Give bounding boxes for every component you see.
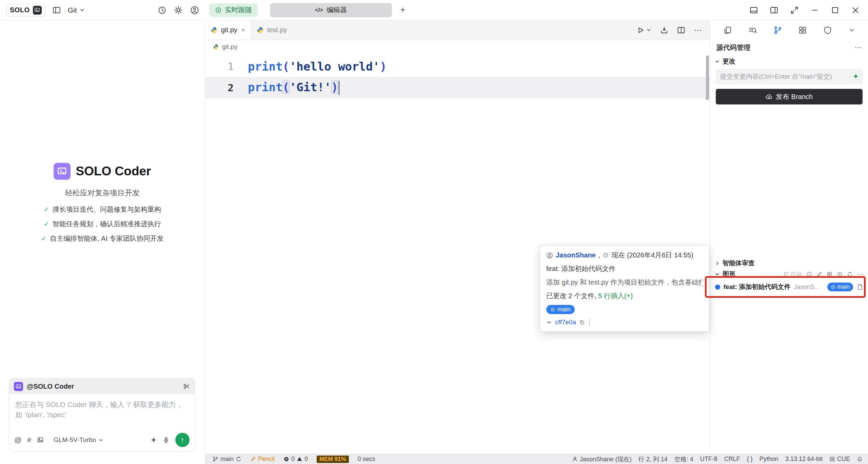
context-button[interactable]: # xyxy=(27,436,31,444)
popup-branch-badge[interactable]: main xyxy=(546,305,575,314)
split-editor-icon[interactable] xyxy=(677,26,686,35)
editor-scrollbar[interactable] xyxy=(706,56,709,100)
workspace-menu[interactable]: Git xyxy=(68,6,85,14)
files-icon[interactable] xyxy=(723,26,732,35)
eol-sequence[interactable]: CRLF xyxy=(724,456,740,463)
more-actions-icon[interactable]: ⋯ xyxy=(857,270,864,278)
close-button[interactable] xyxy=(847,3,864,17)
send-button[interactable]: ↑ xyxy=(175,433,190,447)
app-window: SOLO Git 实时跟随 </> 编辑器 + xyxy=(0,0,868,464)
graph-label: 图形 xyxy=(723,270,735,278)
cloud-upload-icon xyxy=(766,93,772,100)
layout-icon[interactable] xyxy=(827,271,832,277)
auto-layout-toggle[interactable]: 自动 xyxy=(783,270,802,278)
copy-icon[interactable] xyxy=(579,320,585,325)
token: 'hello world' xyxy=(290,60,380,73)
minimize-button[interactable] xyxy=(806,3,823,17)
commit-hash-link[interactable]: cff7e0a xyxy=(555,318,576,326)
token: ) xyxy=(380,60,387,73)
chevron-down-icon[interactable] xyxy=(848,27,855,34)
window-tabs: 实时跟随 </> 编辑器 + xyxy=(205,3,406,17)
ai-commit-message-icon[interactable] xyxy=(852,73,859,80)
line-number: 1 xyxy=(205,61,239,72)
shield-icon[interactable] xyxy=(823,26,832,35)
toggle-right-sidebar-icon[interactable] xyxy=(766,3,783,17)
error-icon xyxy=(283,456,289,462)
popup-author[interactable]: JasonShane xyxy=(556,251,596,259)
solo-logo[interactable]: SOLO xyxy=(6,4,45,17)
mention-button[interactable]: @ xyxy=(14,436,21,444)
token: 'Git!' xyxy=(290,80,331,94)
breadcrumb[interactable]: git.py xyxy=(205,40,710,54)
tab-live-follow[interactable]: 实时跟随 xyxy=(209,3,258,17)
graph-commit-row[interactable]: feat: 添加初始代码文件 JasonS... main xyxy=(710,279,868,294)
commit-message: feat: 添加初始代码文件 xyxy=(724,283,790,291)
refresh-icon[interactable] xyxy=(847,271,853,277)
tab-editor-label: 编辑器 xyxy=(327,5,347,15)
popup-branch-name: main xyxy=(557,306,571,313)
file-icon[interactable] xyxy=(856,284,863,290)
graph-toolbar: 自动 ⋯ xyxy=(783,270,864,278)
commit-details-popup: JasonShane, 现在 (2026年4月6日 14:55) feat: 添… xyxy=(540,245,709,332)
model-selector[interactable]: GLM-5V-Turbo xyxy=(54,436,104,444)
customize-layout-icon[interactable] xyxy=(786,3,803,17)
language-mode[interactable]: Python xyxy=(760,456,778,463)
run-button[interactable] xyxy=(636,26,652,35)
statusbar-user[interactable]: JasonShane (现在) xyxy=(572,455,632,463)
branch-name: main xyxy=(837,284,850,290)
mic-icon[interactable] xyxy=(163,437,170,443)
editor-tab-testpy[interactable]: test.py xyxy=(251,20,293,40)
close-tab-icon[interactable]: × xyxy=(241,26,245,34)
code-line[interactable]: 1 print('hello world') xyxy=(205,56,710,77)
cursor-position[interactable]: 行 2, 列 14 xyxy=(638,455,668,463)
editor-tab-label: test.py xyxy=(267,26,287,34)
statusbar-problems[interactable]: 0 0 xyxy=(283,456,308,463)
goto-file-icon[interactable] xyxy=(660,26,669,35)
bell-icon[interactable] xyxy=(857,456,863,462)
edit-icon[interactable] xyxy=(816,271,822,277)
token-bracket-match: ) xyxy=(331,80,338,94)
warning-icon xyxy=(297,456,302,462)
code-line-current[interactable]: 2 print('Git!') xyxy=(205,77,710,98)
graph-section-header[interactable]: 图形 自动 ⋯ xyxy=(710,269,868,279)
more-actions-icon[interactable]: ⋯ xyxy=(854,43,862,52)
agent-review-label: 智能体审查 xyxy=(723,259,755,268)
chat-agent-name: @SOLO Coder xyxy=(27,383,179,390)
gear-icon[interactable] xyxy=(174,6,183,15)
indentation[interactable]: 空格: 4 xyxy=(674,455,693,463)
tab-editor[interactable]: </> 编辑器 xyxy=(270,3,392,17)
model-name: GLM-5V-Turbo xyxy=(54,436,96,444)
bracket-setting[interactable]: { } xyxy=(747,456,753,463)
source-control-icon[interactable] xyxy=(773,26,782,35)
editor-tab-gitpy[interactable]: git.py × xyxy=(205,20,251,40)
statusbar-timer: 0 secs xyxy=(358,456,375,463)
attach-image-icon[interactable] xyxy=(37,437,44,443)
toggle-left-panel-icon[interactable] xyxy=(52,6,61,15)
changes-section-header[interactable]: 更改 xyxy=(710,55,868,68)
history-icon[interactable] xyxy=(158,6,166,15)
branch-badge[interactable]: main xyxy=(827,283,853,291)
sidebar-spacer xyxy=(710,104,868,258)
commit-message-input[interactable] xyxy=(716,69,863,84)
annotations-icon[interactable] xyxy=(806,271,812,277)
maximize-button[interactable] xyxy=(827,3,844,17)
search-icon[interactable] xyxy=(748,26,757,35)
chat-message-input[interactable]: 您正在与 SOLO Coder 聊天，输入 '/' 获取更多能力，如 '/pla… xyxy=(9,394,195,433)
enhance-prompt-icon[interactable] xyxy=(150,437,157,443)
account-icon[interactable] xyxy=(190,6,199,15)
chat-tools-icon[interactable] xyxy=(183,383,190,390)
cue-toggle[interactable]: CUE xyxy=(829,456,850,463)
statusbar-branch[interactable]: main xyxy=(213,456,241,463)
extensions-icon[interactable] xyxy=(798,26,807,35)
encoding[interactable]: UTF-8 xyxy=(700,456,717,463)
more-actions-icon[interactable]: ⋯ xyxy=(694,25,702,35)
new-tab-button[interactable]: + xyxy=(400,5,406,15)
memory-usage-badge[interactable]: MEM 91% xyxy=(317,456,349,463)
publish-branch-button[interactable]: 发布 Branch xyxy=(716,89,863,104)
commit-message-box xyxy=(716,69,863,84)
statusbar-pencil-mode[interactable]: Pencil xyxy=(250,456,275,463)
toggle-panel-icon[interactable] xyxy=(745,3,762,17)
agent-review-section-header[interactable]: 智能体审查 xyxy=(710,258,868,269)
python-runtime[interactable]: 3.13.12 64-bit xyxy=(785,456,823,463)
target-icon[interactable] xyxy=(837,271,843,277)
